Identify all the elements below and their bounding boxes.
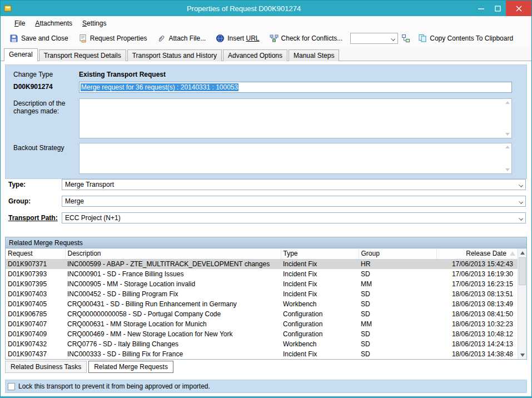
minimize-button[interactable] <box>473 1 489 16</box>
check-conflicts-button[interactable]: Check for Conflicts... <box>265 32 347 45</box>
table-cell: D01K907409 <box>6 329 65 339</box>
table-cell: SD <box>359 339 436 349</box>
request-id-label: D00K901274 <box>10 82 79 91</box>
chevron-down-icon <box>519 216 523 221</box>
scroll-up-icon[interactable] <box>505 146 510 148</box>
sort-ascending-icon <box>510 251 515 256</box>
menu-settings[interactable]: Settings <box>77 17 111 29</box>
table-row[interactable]: D01K907432CRQ0776 - SD - Italy Billing C… <box>6 339 518 349</box>
tab-advanced-options[interactable]: Advanced Options <box>223 49 287 61</box>
tab-general[interactable]: General <box>4 48 38 61</box>
table-cell: Incident Fix <box>281 269 359 279</box>
scrollbar-thumb[interactable] <box>519 257 526 285</box>
table-cell: CRQ000000000058 - SD - Portugal Company … <box>65 309 281 319</box>
table-cell: D01K906785 <box>6 309 65 319</box>
table-row[interactable]: D01K907403INC000452 - SD - Billing Progr… <box>6 289 518 299</box>
table-cell: MM <box>359 319 436 329</box>
scroll-down-icon[interactable] <box>505 168 510 171</box>
table-cell: D01K907403 <box>6 289 65 299</box>
tab-related-merge-requests[interactable]: Related Merge Requests <box>88 361 173 373</box>
table-cell: 18/06/2013 08:41:50 <box>436 309 518 319</box>
tabstrip: General Transport Request Details Transp… <box>1 46 531 61</box>
table-cell: MM <box>359 279 436 289</box>
window-controls <box>473 1 531 16</box>
scrollbar-down-arrow[interactable] <box>518 351 526 359</box>
triangle-down-icon <box>520 354 525 357</box>
table-cell: D01K907405 <box>6 299 65 309</box>
table-row[interactable]: D01K907405CRQ000431 - SD - Billing Run E… <box>6 299 518 309</box>
insert-url-button[interactable]: Insert URL <box>211 32 263 45</box>
tab-transport-status-history[interactable]: Transport Status and History <box>127 49 222 61</box>
hierarchy-icon <box>401 34 410 43</box>
table-cell: Configuration <box>281 309 359 319</box>
table-cell: 18/06/2013 14:38:48 <box>436 349 518 359</box>
menu-file[interactable]: File <box>9 17 30 29</box>
table-cell: Workbench <box>281 339 359 349</box>
group-label: Group: <box>8 197 62 205</box>
table-cell: Workbench <box>281 299 359 309</box>
table-cell: 18/06/2013 10:32:23 <box>436 319 518 329</box>
table-cell: Configuration <box>281 319 359 329</box>
table-vertical-scrollbar[interactable] <box>518 248 526 359</box>
column-header-release-date[interactable]: Release Date <box>436 248 518 259</box>
toolbar: Save and Close Request Properties Attach… <box>1 31 531 46</box>
insert-url-icon <box>216 34 225 43</box>
close-button[interactable] <box>506 1 531 16</box>
table-cell: 17/06/2013 16:19:30 <box>436 269 518 279</box>
table-row[interactable]: D01K907409CRQ000469 - MM - New Storage L… <box>6 329 518 339</box>
tab-transport-request-details[interactable]: Transport Request Details <box>39 49 126 61</box>
table-row[interactable]: D01K906785CRQ000000000058 - SD - Portuga… <box>6 309 518 319</box>
properties-window: Properties of Request D00K901274 File At… <box>0 0 532 398</box>
table-row[interactable]: D01K907393INC000901 - SD - France Billin… <box>6 269 518 279</box>
save-and-close-button[interactable]: Save and Close <box>5 32 73 45</box>
transport-path-combobox[interactable]: ECC Project (N+1) <box>62 212 526 223</box>
table-cell: HR <box>359 259 436 269</box>
backout-strategy-label: Backout Strategy <box>10 143 79 152</box>
type-combobox[interactable]: Merge Transport <box>62 179 526 190</box>
related-requests-table: Request Description Type Group Release D… <box>6 248 518 359</box>
table-cell: SD <box>359 309 436 319</box>
table-cell: 18/06/2013 14:24:13 <box>436 339 518 349</box>
scroll-down-icon[interactable] <box>505 133 510 136</box>
maximize-button[interactable] <box>489 1 506 16</box>
backout-strategy-textarea[interactable] <box>79 143 512 174</box>
table-row[interactable]: D01K907437INC000333 - SD - Billing Fix f… <box>6 349 518 359</box>
scrollbar-up-arrow[interactable] <box>518 248 526 257</box>
tab-related-business-tasks[interactable]: Related Business Tasks <box>5 361 87 373</box>
column-header-type[interactable]: Type <box>281 248 359 259</box>
save-icon <box>9 34 18 43</box>
request-properties-button[interactable]: Request Properties <box>74 32 152 45</box>
group-combobox[interactable]: Merge <box>62 196 526 207</box>
lock-transport-label: Lock this transport to prevent it from b… <box>18 382 210 390</box>
request-form-panel: Change Type Existing Transport Request D… <box>5 64 527 179</box>
table-row[interactable]: D01K907395INC000905 - MM - Storage Locat… <box>6 279 518 289</box>
request-title-input[interactable]: Merge request for 36 request(s) : 201403… <box>79 82 512 93</box>
table-cell: Configuration <box>281 329 359 339</box>
attach-file-button[interactable]: Attach File... <box>152 32 210 45</box>
hierarchy-button[interactable] <box>399 32 412 44</box>
transport-path-label: Transport Path: <box>8 214 62 222</box>
table-cell: SD <box>359 349 436 359</box>
conflict-target-combobox[interactable] <box>350 33 398 44</box>
menubar: File Attachments Settings <box>1 16 531 31</box>
minimize-icon <box>478 6 484 12</box>
column-header-request[interactable]: Request <box>6 248 65 259</box>
column-header-description[interactable]: Description <box>65 248 281 259</box>
lock-transport-checkbox[interactable] <box>8 383 15 390</box>
description-textarea[interactable] <box>79 98 512 138</box>
titlebar[interactable]: Properties of Request D00K901274 <box>1 1 531 16</box>
table-header-row: Request Description Type Group Release D… <box>6 248 518 259</box>
triangle-up-icon <box>520 251 525 255</box>
table-cell: SD <box>359 299 436 309</box>
menu-attachments[interactable]: Attachments <box>30 17 77 29</box>
table-cell: INC000333 - SD - Billing Fix for France <box>65 349 281 359</box>
tab-manual-steps[interactable]: Manual Steps <box>289 49 339 61</box>
table-row[interactable]: D01K907371INC000599 - ABAP - ZTE_MULTITR… <box>6 259 518 269</box>
related-requests-table-wrap: Request Description Type Group Release D… <box>6 248 526 359</box>
table-row[interactable]: D01K907407CRQ000631 - MM Storage Locatio… <box>6 319 518 329</box>
column-header-group[interactable]: Group <box>359 248 436 259</box>
scroll-up-icon[interactable] <box>505 101 510 104</box>
check-conflicts-icon <box>270 34 279 43</box>
copy-contents-button[interactable]: Copy Contents To Clipboard <box>414 32 518 45</box>
lock-transport-row: Lock this transport to prevent it from b… <box>5 380 527 393</box>
